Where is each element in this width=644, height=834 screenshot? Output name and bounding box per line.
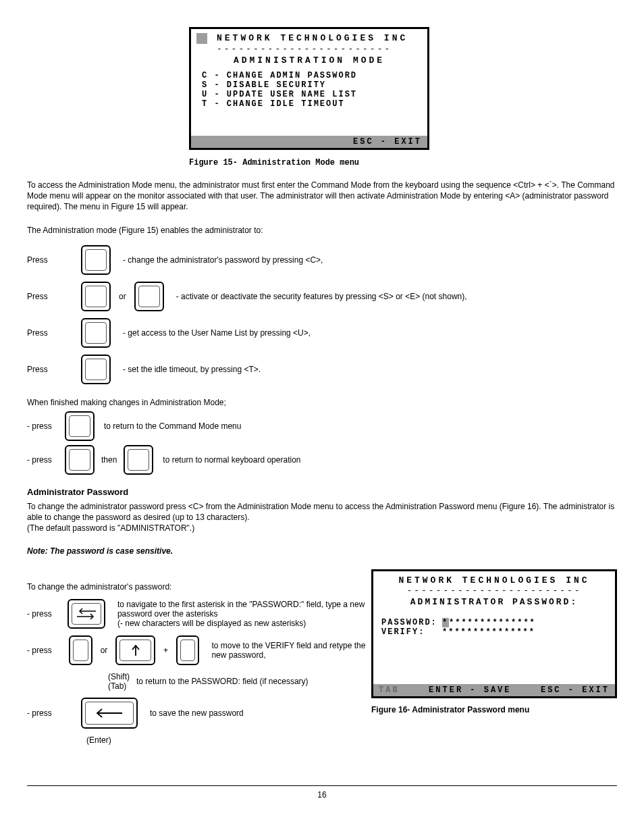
finish-line-1: to return to the Command Mode menu [104,421,241,431]
change-intro: To change the administrator's password: [27,581,371,592]
figure-15-caption: Figure 15- Administration Mode menu [189,158,644,167]
keycap-tab-2 [69,635,92,665]
verify-value: *************** [442,627,535,637]
admin-intro-paragraph: To access the Administration Mode menu, … [27,180,617,213]
plus-label: + [163,646,168,655]
keycap-e [134,282,164,311]
enter-label: (Enter) [86,735,371,745]
menu-item-u: U - UPDATE USER NAME LIST [202,90,421,99]
finish-line-2: to return to normal keyboard operation [163,455,300,465]
press-label: Press [27,328,77,338]
page-number: 16 [0,790,644,800]
figure-16-caption: Figure 16- Administrator Password menu [371,705,617,714]
step-tab-desc: to navigate to the first asterisk in the… [117,600,371,628]
heading-admin-password: Administrator Password [27,487,617,497]
footer-esc: ESC - EXIT [541,685,610,695]
keycap-u [81,318,111,348]
press-label: - press [27,646,65,655]
keycap-shift [115,635,155,665]
press-label: - press [27,455,65,465]
title-cursor-block [196,33,207,44]
admin-password-window: NETWORK TECHNOLOGIES INC ---------------… [371,569,617,698]
title-dashes: ------------------------ [191,44,427,54]
key-t-desc: - set the idle timeout, by pressing <T>. [123,365,261,374]
admin-mode-subtitle: ADMINISTRATION MODE [191,55,427,66]
footer-enter: ENTER - SAVE [429,685,511,695]
password-label: PASSWORD: [381,618,442,627]
then-label: then [101,455,117,465]
finish-block: When finished making changes in Administ… [27,398,644,475]
keycap-esc-3 [124,445,153,475]
change-password-steps: - press to navigate to the first asteris… [27,599,371,745]
admin-key-list: Press - change the administrator's passw… [27,245,644,384]
password-window-footer: TAB ENTER - SAVE ESC - EXIT [373,684,615,696]
key-s-desc: - activate or deactivate the security fe… [176,292,467,301]
keycap-esc-2 [65,445,95,475]
enter-arrow-icon [92,706,126,721]
pw-note: Note: The password is case sensitive. [27,546,617,556]
keycap-tab-3 [176,635,199,665]
pw-paragraph-2: (The default password is "ADMINISTRATOR"… [27,523,617,533]
footer-tab: TAB [379,685,400,695]
step-return-desc: to return to the PASSWORD: field (if nec… [136,677,308,686]
step-save-desc: to save the new password [150,708,244,718]
or-label: or [101,646,108,655]
verify-row: VERIFY: *************** [373,627,615,637]
press-label: Press [27,365,77,374]
admin-mode-window: NETWORK TECHNOLOGIES INC ---------------… [189,27,429,150]
press-label: - press [27,708,77,718]
or-label: or [119,292,126,301]
finish-title: When finished making changes in Administ… [27,398,644,407]
menu-item-t: T - CHANGE IDLE TIMEOUT [202,99,421,109]
keycap-s [81,282,111,311]
press-label: - press [27,609,63,619]
company-title-2: NETWORK TECHNOLOGIES INC [398,575,589,585]
press-label: - press [27,421,65,431]
keys-intro-paragraph: The Administration mode (Figure 15) enab… [27,225,617,236]
verify-label: VERIFY: [381,627,442,637]
key-c-desc: - change the administrator's password by… [123,255,323,265]
admin-window-footer: ESC - EXIT [191,136,427,148]
company-title: NETWORK TECHNOLOGIES INC [217,33,408,43]
tab-arrows-icon [73,606,100,622]
keycap-enter [81,698,138,729]
menu-item-s: S - DISABLE SECURITY [202,80,421,90]
press-label: Press [27,255,77,265]
admin-menu: C - CHANGE ADMIN PASSWORD S - DISABLE SE… [191,71,427,136]
keycap-c [81,245,111,275]
page-rule [27,785,617,786]
key-u-desc: - get access to the User Name List by pr… [123,328,311,338]
up-arrow-icon [130,644,141,657]
shift-tab-label: (Shift)(Tab) [108,672,130,691]
press-label: Press [27,292,77,301]
step-verify-desc: to move to the VERIFY field and retype t… [211,641,371,660]
title-dashes-2: ------------------------ [373,585,615,596]
password-subtitle: ADMINISTRATOR PASSWORD: [373,597,615,607]
password-row: PASSWORD: *************** [373,618,615,627]
pw-paragraph-1: To change the administrator password pre… [27,501,617,523]
keycap-esc [65,411,95,441]
keycap-t [81,355,111,384]
keycap-tab [68,599,105,629]
password-value: *************** [442,618,536,627]
menu-item-c: C - CHANGE ADMIN PASSWORD [202,71,421,80]
